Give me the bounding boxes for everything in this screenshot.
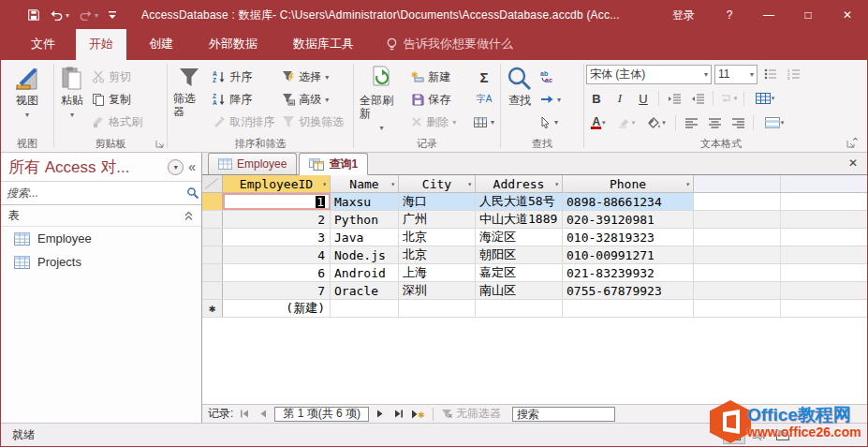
goto-dropdown-icon[interactable]: ▾	[557, 96, 561, 104]
new-blank-record-button[interactable]: ✱	[410, 407, 425, 422]
select-dropdown-icon[interactable]: ▾	[554, 118, 558, 127]
redo-dropdown-icon[interactable]: ▾	[95, 11, 98, 20]
column-dropdown-icon[interactable]: ▾	[554, 180, 559, 188]
row-selector[interactable]	[202, 229, 223, 246]
bullets-button[interactable]	[760, 65, 781, 83]
view-button[interactable]: 视图 ▾	[9, 62, 45, 122]
filter-button[interactable]: 筛选器	[169, 62, 209, 118]
font-color-button[interactable]: A ▾	[586, 113, 611, 132]
highlight-color-button[interactable]: ▾	[613, 113, 640, 132]
increase-indent-button[interactable]	[664, 89, 684, 108]
cell-id[interactable]: 3	[223, 229, 331, 246]
toggle-filter-button[interactable]: 切换筛选	[278, 111, 351, 133]
paste-button[interactable]: 粘贴 ▾	[56, 62, 88, 122]
goto-button[interactable]: ▾	[537, 88, 565, 111]
nav-pane-menu-icon[interactable]: ▾	[168, 159, 184, 175]
fill-color-button[interactable]: ▾	[642, 113, 670, 132]
cell-phone[interactable]: 0755-67879923	[563, 282, 694, 299]
advanced-filter-button[interactable]: 高级 ▾	[278, 88, 351, 111]
row-selector-current[interactable]	[202, 193, 223, 210]
login-button[interactable]: 登录	[657, 7, 710, 23]
cell-city[interactable]: 深圳	[399, 282, 476, 299]
numbering-button[interactable]: 123	[784, 65, 804, 83]
column-header-city[interactable]: City▾	[399, 175, 476, 192]
tab-home[interactable]: 开始	[76, 29, 126, 60]
cell-city[interactable]: 上海	[399, 264, 476, 281]
cell-phone[interactable]: 010-00991271	[563, 246, 694, 263]
cut-button[interactable]: 剪切	[88, 66, 146, 88]
view-dropdown-icon[interactable]: ▾	[25, 109, 29, 122]
paste-dropdown-icon[interactable]: ▾	[70, 109, 74, 122]
remove-sort-button[interactable]: 取消排序	[209, 111, 278, 133]
italic-button[interactable]: I	[610, 89, 630, 108]
replace-button[interactable]: abac	[537, 66, 559, 88]
previous-record-button[interactable]	[256, 407, 271, 422]
sort-ascending-button[interactable]: AZ 升序	[209, 66, 278, 88]
cell-address[interactable]: 南山区	[476, 282, 563, 299]
select-all-corner[interactable]	[202, 175, 223, 192]
delete-record-button[interactable]: 删除 ▾	[407, 111, 470, 133]
new-record-cell[interactable]: (新建)	[223, 300, 331, 317]
selection-dropdown-icon[interactable]: ▾	[325, 73, 329, 82]
row-selector[interactable]	[202, 282, 223, 299]
cell-name[interactable]: Python	[331, 211, 399, 228]
column-dropdown-icon[interactable]: ▾	[322, 180, 327, 188]
column-header-phone[interactable]: Phone▾	[563, 175, 694, 192]
column-dropdown-icon[interactable]: ▾	[467, 180, 472, 188]
cell-city[interactable]: 北京	[399, 229, 476, 246]
cell-id[interactable]: 6	[223, 264, 331, 281]
column-header-name[interactable]: Name▾	[331, 175, 399, 192]
first-record-button[interactable]	[237, 407, 252, 422]
tab-external-data[interactable]: 外部数据	[196, 29, 271, 60]
font-name-combo[interactable]: 宋体 (主体)▾	[586, 65, 712, 84]
cell-city[interactable]: 海口	[399, 193, 476, 210]
help-button[interactable]: ?	[710, 1, 749, 29]
row-selector[interactable]	[202, 264, 223, 281]
select-button[interactable]: ▾	[537, 111, 562, 133]
save-button[interactable]	[27, 8, 40, 22]
copy-button[interactable]: 复制	[88, 88, 146, 111]
nav-item-employee[interactable]: Employee	[1, 227, 201, 250]
new-record-button[interactable]: ✱ 新建	[407, 66, 470, 88]
maximize-button[interactable]: □	[788, 1, 828, 29]
record-position-box[interactable]: 第 1 项(共 6 项)	[274, 407, 369, 422]
cell-id[interactable]: 4	[223, 246, 331, 263]
no-filter-indicator[interactable]: 无筛选器	[441, 406, 501, 422]
decrease-indent-button[interactable]	[687, 89, 708, 108]
nav-search-input[interactable]	[1, 182, 186, 204]
customize-qat-button[interactable]	[108, 10, 117, 20]
totals-button[interactable]: Σ	[476, 66, 492, 88]
cell-phone[interactable]: 010-32819323	[563, 229, 694, 246]
refresh-dropdown-icon[interactable]: ▾	[380, 122, 384, 135]
underline-button[interactable]: U	[633, 89, 654, 108]
nav-item-projects[interactable]: Projects	[1, 250, 201, 274]
cell-city[interactable]: 北京	[399, 246, 476, 263]
spelling-button[interactable]: 字A	[473, 88, 496, 111]
cell-name[interactable]: Oracle	[331, 282, 399, 299]
gridlines-button[interactable]: ▾	[749, 89, 781, 108]
advanced-dropdown-icon[interactable]: ▾	[325, 96, 329, 104]
cell-id[interactable]: 2	[223, 211, 331, 228]
record-search-input[interactable]	[513, 408, 614, 421]
align-right-button[interactable]	[728, 113, 748, 132]
close-button[interactable]: ✕	[828, 1, 867, 29]
record-search-box[interactable]	[512, 407, 615, 422]
section-collapse-icon[interactable]	[184, 210, 194, 221]
column-header-address[interactable]: Address▾	[476, 175, 563, 192]
more-dropdown-icon[interactable]: ▾	[491, 118, 494, 127]
undo-dropdown-icon[interactable]: ▾	[66, 11, 69, 20]
row-selector[interactable]	[202, 246, 223, 263]
doc-tab-employee[interactable]: Employee	[208, 153, 297, 174]
cell-phone[interactable]: 021-83239932	[563, 264, 694, 281]
close-document-icon[interactable]: ✕	[848, 156, 858, 170]
undo-button[interactable]: ▾	[50, 9, 69, 22]
cell-address[interactable]: 中山大道1889	[476, 211, 563, 228]
refresh-all-button[interactable]: 全部刷新 ▾	[356, 62, 407, 135]
active-cell[interactable]: 1	[223, 193, 331, 210]
doc-tab-query1[interactable]: 查询1	[299, 153, 368, 175]
column-dropdown-icon[interactable]: ▾	[390, 180, 395, 188]
row-selector[interactable]	[202, 211, 223, 228]
cell-name[interactable]: Java	[331, 229, 399, 246]
align-left-button[interactable]	[681, 113, 701, 132]
nav-search-icon[interactable]	[186, 186, 199, 200]
